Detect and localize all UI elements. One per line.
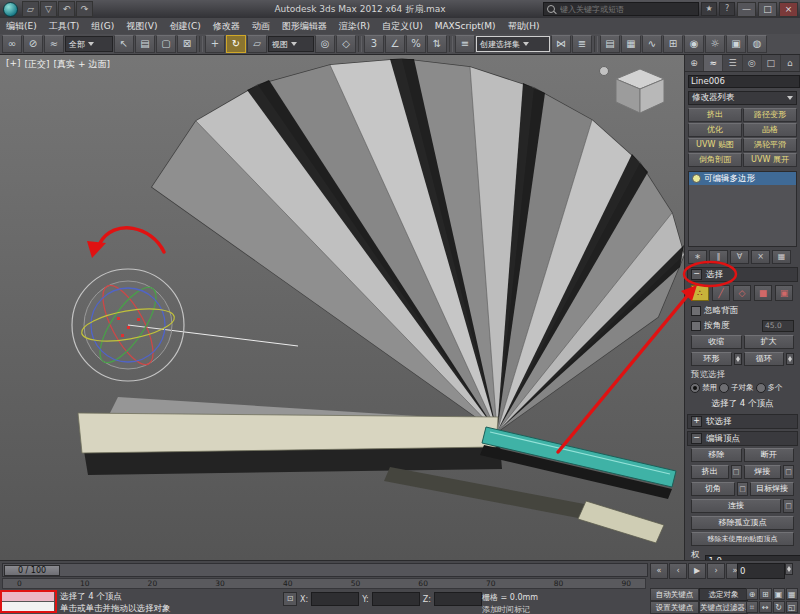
- viewport-menu-general[interactable]: [+]: [6, 58, 21, 71]
- select-object-icon[interactable]: ↖: [114, 35, 134, 53]
- selected-filter-dropdown[interactable]: 选定对象: [699, 588, 748, 601]
- by-angle-field[interactable]: 45.0: [762, 320, 794, 332]
- menu-group[interactable]: 组(G): [85, 18, 120, 34]
- use-pivot-center-icon[interactable]: ◎: [315, 35, 335, 53]
- collapse-icon[interactable]: −: [691, 433, 702, 444]
- modifier-stack[interactable]: 可编辑多边形: [688, 171, 797, 247]
- zoom-icon[interactable]: ⊕: [746, 588, 758, 600]
- graphite-ribbon-icon[interactable]: ▦: [621, 35, 641, 53]
- x-field[interactable]: [311, 592, 359, 606]
- soft-selection-rollout-header[interactable]: + 软选择: [687, 414, 798, 429]
- unlink-selection-icon[interactable]: ⊘: [23, 35, 43, 53]
- reference-coordinate-dropdown[interactable]: 视图: [268, 36, 314, 52]
- remove-unused-map-verts-button[interactable]: 移除未使用的贴图顶点: [691, 532, 794, 546]
- maxscript-mini-listener[interactable]: [0, 591, 55, 613]
- zoom-all-icon[interactable]: ⊞: [759, 588, 771, 600]
- collapse-icon[interactable]: −: [691, 269, 702, 280]
- selection-rollout-header[interactable]: − 选择: [687, 267, 798, 282]
- edit-vertices-rollout-header[interactable]: − 编辑顶点: [687, 431, 798, 446]
- search-input[interactable]: [558, 4, 695, 15]
- set-key-button[interactable]: 设置关键点: [650, 601, 699, 614]
- close-button[interactable]: ×: [779, 2, 798, 17]
- menu-customize[interactable]: 自定义(U): [376, 18, 429, 34]
- menu-help[interactable]: 帮助(H): [502, 18, 546, 34]
- previous-frame-icon[interactable]: ‹: [669, 563, 687, 579]
- menu-rendering[interactable]: 渲染(R): [333, 18, 376, 34]
- select-and-scale-icon[interactable]: ▱: [247, 35, 267, 53]
- play-icon[interactable]: ▶: [688, 563, 706, 579]
- select-and-move-icon[interactable]: +: [205, 35, 225, 53]
- viewcube[interactable]: [600, 67, 665, 114]
- motion-tab[interactable]: ◎: [743, 55, 762, 71]
- select-by-name-icon[interactable]: ▤: [135, 35, 155, 53]
- show-end-result-icon[interactable]: ∥: [709, 250, 728, 264]
- infocenter-search[interactable]: [543, 2, 699, 16]
- preview-subobj-radio[interactable]: [719, 383, 729, 393]
- pin-stack-icon[interactable]: ∗: [688, 250, 707, 264]
- frame-spinner[interactable]: [785, 563, 793, 575]
- modifier-button-unwrap-uvw[interactable]: UVW 展开: [743, 153, 797, 167]
- material-editor-icon[interactable]: ◉: [684, 35, 704, 53]
- viewport-canvas[interactable]: [+] [正交] [真实 + 边面]: [0, 55, 684, 560]
- menu-maxscript[interactable]: MAXScript(M): [429, 18, 502, 34]
- select-and-link-icon[interactable]: ∞: [2, 35, 22, 53]
- window-crossing-icon[interactable]: ⊠: [177, 35, 197, 53]
- viewport-menu-pov[interactable]: [正交]: [25, 58, 50, 71]
- curve-editor-icon[interactable]: ∿: [642, 35, 662, 53]
- loop-button[interactable]: 循环: [744, 352, 785, 366]
- modifier-button-optimize[interactable]: 优化: [688, 123, 742, 137]
- favorites-icon[interactable]: ★: [701, 2, 717, 16]
- object-name-field[interactable]: [688, 75, 800, 88]
- maximize-viewport-icon[interactable]: ◱: [786, 601, 798, 613]
- menu-views[interactable]: 视图(V): [120, 18, 163, 34]
- undo-icon[interactable]: ↶: [58, 1, 75, 17]
- utilities-tab[interactable]: ⌂: [781, 55, 800, 71]
- key-filters-button[interactable]: 关键点过滤器...: [699, 601, 748, 614]
- menu-graph-editors[interactable]: 图形编辑器: [276, 18, 333, 34]
- spinner-snap-icon[interactable]: ⇅: [427, 35, 447, 53]
- align-icon[interactable]: ≣: [572, 35, 592, 53]
- z-field[interactable]: [434, 592, 482, 606]
- chamfer-settings-icon[interactable]: □: [737, 482, 748, 496]
- menu-edit[interactable]: 编辑(E): [0, 18, 43, 34]
- menu-tools[interactable]: 工具(T): [43, 18, 86, 34]
- menu-animation[interactable]: 动画: [246, 18, 276, 34]
- connect-button[interactable]: 连接: [691, 499, 781, 513]
- listener-line[interactable]: [0, 602, 55, 613]
- maximize-button[interactable]: □: [758, 2, 777, 17]
- add-time-tag[interactable]: 添加时间标记: [482, 604, 530, 614]
- go-to-start-icon[interactable]: «: [650, 563, 668, 579]
- remove-button[interactable]: 移除: [691, 448, 742, 462]
- preview-multi-radio[interactable]: [756, 383, 766, 393]
- weld-settings-icon[interactable]: □: [783, 465, 794, 479]
- create-tab[interactable]: ⊕: [685, 55, 704, 71]
- make-unique-icon[interactable]: ∀: [730, 250, 749, 264]
- redo-icon[interactable]: ↷: [76, 1, 93, 17]
- rectangular-region-icon[interactable]: ▢: [156, 35, 176, 53]
- app-logo-icon[interactable]: [3, 2, 18, 17]
- select-and-rotate-icon[interactable]: ↻: [226, 35, 246, 53]
- zoom-extents-icon[interactable]: ▣: [773, 588, 785, 600]
- modifier-button-turbosmooth[interactable]: 涡轮平滑: [743, 138, 797, 152]
- render-icon[interactable]: ◍: [747, 35, 767, 53]
- zoom-region-icon[interactable]: ⌗: [746, 601, 758, 613]
- extrude-settings-icon[interactable]: □: [731, 465, 742, 479]
- remove-isolated-vertices-button[interactable]: 移除孤立顶点: [691, 516, 794, 530]
- stack-item-editable-poly[interactable]: 可编辑多边形: [689, 172, 796, 185]
- chamfer-button[interactable]: 切角: [691, 482, 735, 496]
- orbit-icon[interactable]: ↻: [773, 601, 785, 613]
- element-icon[interactable]: ▣: [775, 285, 793, 301]
- rotate-gizmo[interactable]: [72, 269, 298, 381]
- help-icon[interactable]: ?: [719, 2, 735, 16]
- menu-modifiers[interactable]: 修改器: [207, 18, 246, 34]
- bind-to-space-warp-icon[interactable]: ≈: [44, 35, 64, 53]
- loop-spinner[interactable]: [786, 353, 794, 365]
- modifier-button-extrude[interactable]: 挤出: [688, 108, 742, 122]
- layer-manager-icon[interactable]: ▤: [600, 35, 620, 53]
- modifier-button-lattice[interactable]: 晶格: [743, 123, 797, 137]
- remove-modifier-icon[interactable]: ×: [751, 250, 770, 264]
- hierarchy-tab[interactable]: ☰: [723, 55, 742, 71]
- save-file-icon[interactable]: ▽: [40, 1, 57, 17]
- y-field[interactable]: [372, 592, 420, 606]
- named-selection-sets-dropdown[interactable]: 创建选择集: [476, 36, 550, 52]
